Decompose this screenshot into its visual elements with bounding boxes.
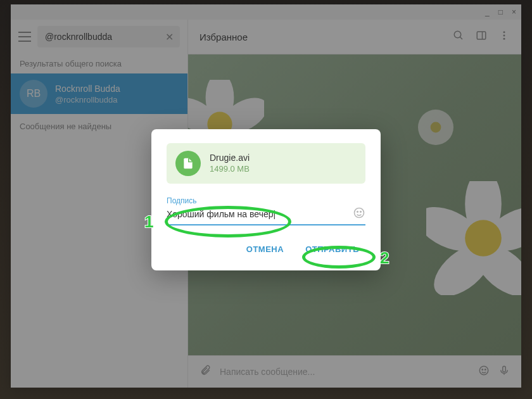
caption-input[interactable]: Хороший фильм на вечер	[167, 209, 353, 219]
file-icon	[175, 151, 201, 176]
caption-label: Подпись	[167, 196, 365, 205]
file-attachment[interactable]: Drugie.avi 1499.0 MB	[167, 143, 365, 184]
modal-overlay[interactable]: Drugie.avi 1499.0 MB Подпись Хороший фил…	[0, 0, 532, 399]
svg-point-26	[355, 208, 364, 217]
cancel-button[interactable]: ОТМЕНА	[240, 239, 290, 259]
svg-point-27	[357, 211, 358, 212]
svg-point-28	[360, 211, 362, 212]
emoji-icon[interactable]	[353, 206, 365, 222]
file-size: 1499.0 MB	[210, 164, 250, 174]
send-button[interactable]: ОТПРАВИТЬ	[299, 239, 365, 259]
send-file-dialog: Drugie.avi 1499.0 MB Подпись Хороший фил…	[151, 129, 381, 270]
file-name: Drugie.avi	[210, 153, 250, 163]
